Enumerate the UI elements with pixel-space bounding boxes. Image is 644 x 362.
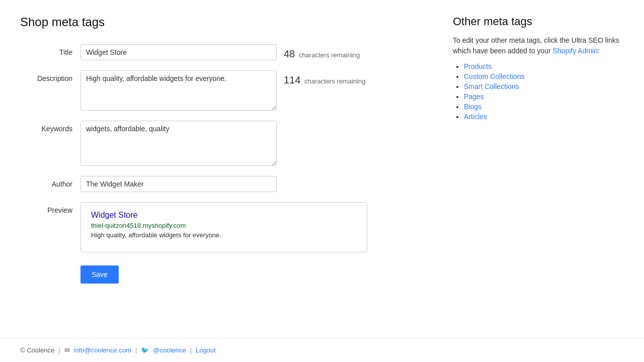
preview-wrap: Widget Store thiel-quitzon4518.myshopify… — [80, 202, 433, 252]
twitter-icon: 🐦 — [141, 346, 149, 354]
footer-sep-1: | — [58, 346, 60, 354]
left-panel: Shop meta tags Title 48 characters remai… — [20, 15, 433, 323]
title-row: Title 48 characters remaining — [20, 44, 433, 60]
desc-char-remaining: 114 characters remaining — [284, 70, 365, 86]
footer-sep-2: | — [135, 346, 137, 354]
list-item-products: Products — [464, 62, 624, 70]
keywords-row: Keywords — [20, 121, 433, 166]
title-input[interactable] — [80, 44, 277, 60]
link-custom-collections[interactable]: Custom Collections — [464, 72, 525, 80]
link-articles[interactable]: Articles — [464, 113, 487, 121]
keywords-input-wrap — [80, 121, 433, 166]
author-label: Author — [20, 176, 80, 188]
preview-row: Preview Widget Store thiel-quitzon4518.m… — [20, 202, 433, 252]
title-char-label: characters remaining — [299, 51, 360, 59]
title-label: Title — [20, 44, 80, 56]
keywords-input[interactable] — [80, 121, 277, 166]
desc-char-label: characters remaining — [304, 77, 365, 85]
main-content: Shop meta tags Title 48 characters remai… — [0, 0, 644, 338]
link-blogs[interactable]: Blogs — [464, 103, 481, 111]
footer-twitter-link[interactable]: @coolence — [153, 346, 186, 354]
list-item-smart-collections: Smart Collections — [464, 82, 624, 90]
preview-box: Widget Store thiel-quitzon4518.myshopify… — [80, 202, 367, 252]
preview-url: thiel-quitzon4518.myshopify.com — [91, 222, 357, 229]
other-links-list: Products Custom Collections Smart Collec… — [453, 62, 624, 121]
footer-email-link[interactable]: info@coolence.com — [74, 346, 131, 354]
link-smart-collections[interactable]: Smart Collections — [464, 82, 519, 90]
right-panel: Other meta tags To edit your other meta … — [453, 15, 624, 323]
preview-title-link[interactable]: Widget Store — [91, 211, 357, 220]
shopify-admin-link[interactable]: Shopify Admin — [552, 47, 598, 55]
footer-copyright: © Coolence — [20, 346, 54, 354]
desc-char-count: 114 — [284, 74, 300, 85]
keywords-label: Keywords — [20, 121, 80, 133]
page-title: Shop meta tags — [20, 15, 433, 29]
title-input-wrap: 48 characters remaining — [80, 44, 433, 60]
footer-logout-link[interactable]: Logout — [196, 346, 216, 354]
link-products[interactable]: Products — [464, 62, 492, 70]
list-item-pages: Pages — [464, 93, 624, 101]
other-meta-desc-suffix: : — [598, 47, 600, 55]
other-meta-title: Other meta tags — [453, 15, 624, 28]
description-input[interactable] — [80, 70, 277, 111]
author-input-wrap — [80, 176, 433, 192]
save-button[interactable]: Save — [80, 265, 119, 284]
list-item-custom-collections: Custom Collections — [464, 72, 624, 80]
description-input-wrap: 114 characters remaining — [80, 70, 433, 111]
preview-label: Preview — [20, 202, 80, 214]
author-row: Author — [20, 176, 433, 192]
preview-description: High quality, affordable widgets for eve… — [91, 231, 357, 239]
footer-sep-3: | — [190, 346, 192, 354]
list-item-blogs: Blogs — [464, 103, 624, 111]
author-input[interactable] — [80, 176, 277, 192]
title-char-remaining: 48 characters remaining — [284, 44, 360, 60]
description-label: Description — [20, 70, 80, 82]
email-icon: ✉ — [64, 346, 70, 354]
list-item-articles: Articles — [464, 113, 624, 121]
other-meta-description: To edit your other meta tags, click the … — [453, 35, 624, 56]
description-row: Description 114 characters remaining — [20, 70, 433, 111]
title-char-count: 48 — [284, 48, 295, 59]
footer: © Coolence | ✉ info@coolence.com | 🐦 @co… — [0, 338, 644, 362]
page-wrapper: Shop meta tags Title 48 characters remai… — [0, 0, 644, 362]
link-pages[interactable]: Pages — [464, 93, 484, 101]
